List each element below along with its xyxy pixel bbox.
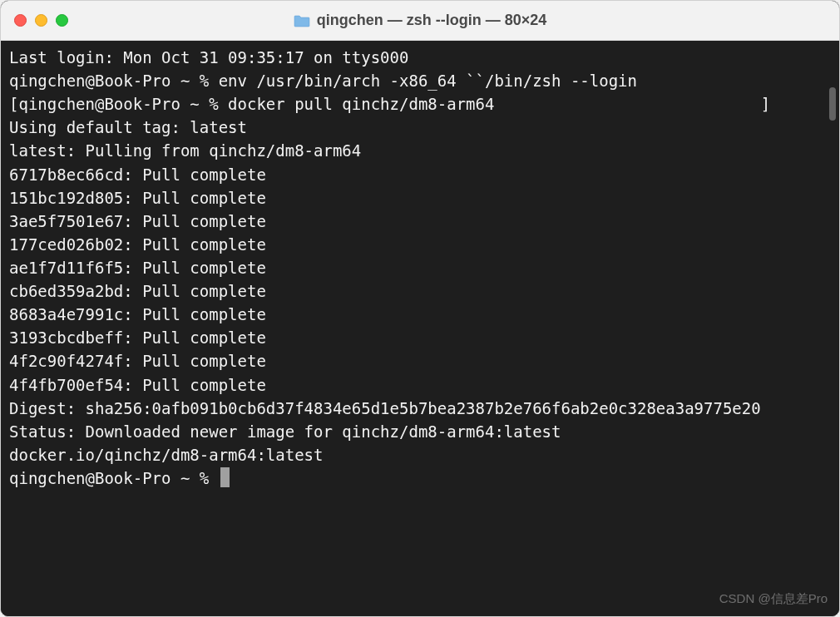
terminal-line: qingchen@Book-Pro ~ % env /usr/bin/arch … [9,69,831,92]
maximize-button[interactable] [56,14,68,27]
traffic-lights [14,14,68,27]
terminal-line: 4f2c90f4274f: Pull complete [9,349,831,373]
minimize-button[interactable] [35,14,47,27]
terminal-window: qingchen — zsh --login — 80×24 Last logi… [0,0,840,617]
folder-icon [294,14,310,27]
terminal-line: 177ced026b02: Pull complete [9,233,831,256]
terminal-body[interactable]: Last login: Mon Oct 31 09:35:17 on ttys0… [1,41,839,616]
terminal-line: 8683a4e7991c: Pull complete [9,303,831,326]
terminal-line: Using default tag: latest [9,116,831,139]
terminal-line: 151bc192d805: Pull complete [9,186,831,210]
terminal-line: [qingchen@Book-Pro ~ % docker pull qinch… [9,92,831,116]
title-container: qingchen — zsh --login — 80×24 [1,12,839,29]
terminal-line: cb6ed359a2bd: Pull complete [9,279,831,303]
terminal-line: Last login: Mon Oct 31 09:35:17 on ttys0… [9,46,831,69]
terminal-line: 3ae5f7501e67: Pull complete [9,210,831,233]
terminal-line: ae1f7d11f6f5: Pull complete [9,256,831,279]
close-button[interactable] [14,14,27,27]
terminal-line: 4f4fb700ef54: Pull complete [9,373,831,397]
terminal-line: Digest: sha256:0afb091b0cb6d37f4834e65d1… [9,397,831,420]
terminal-line: Status: Downloaded newer image for qinch… [9,420,831,443]
window-title: qingchen — zsh --login — 80×24 [317,12,547,29]
prompt: qingchen@Book-Pro ~ % [9,469,219,487]
watermark: CSDN @信息差Pro [719,590,828,608]
terminal-line: 6717b8ec66cd: Pull complete [9,163,831,186]
terminal-line: docker.io/qinchz/dm8-arm64:latest [9,443,831,466]
cursor [220,467,230,487]
prompt-line: qingchen@Book-Pro ~ % [9,466,831,490]
terminal-line: latest: Pulling from qinchz/dm8-arm64 [9,139,831,162]
terminal-line: 3193cbcdbeff: Pull complete [9,326,831,349]
scrollbar[interactable] [829,87,836,121]
titlebar[interactable]: qingchen — zsh --login — 80×24 [1,1,839,41]
